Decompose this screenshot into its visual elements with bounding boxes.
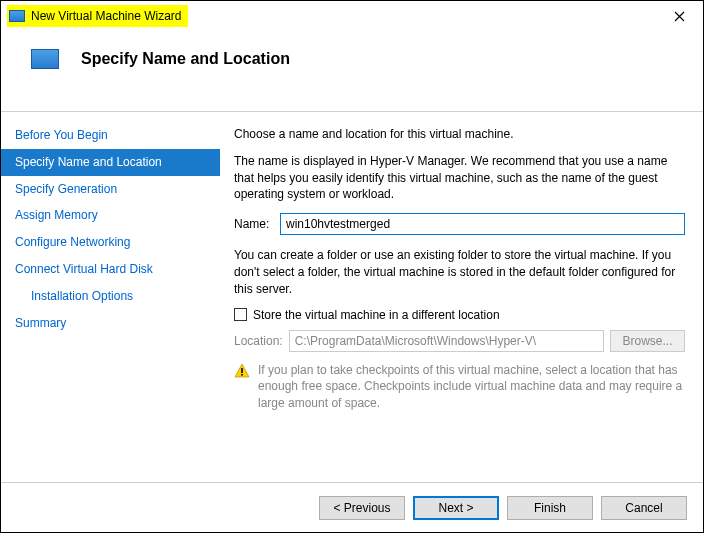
sidebar-item-installation-options[interactable]: Installation Options xyxy=(1,283,220,310)
store-checkbox-row[interactable]: Store the virtual machine in a different… xyxy=(234,308,685,322)
page-title: Specify Name and Location xyxy=(81,50,290,68)
close-button[interactable] xyxy=(659,3,699,29)
wizard-footer: < Previous Next > Finish Cancel xyxy=(1,482,703,532)
window-title: New Virtual Machine Wizard xyxy=(31,9,182,23)
wizard-content: Choose a name and location for this virt… xyxy=(220,111,703,482)
folder-help-text: You can create a folder or use an existi… xyxy=(234,247,685,297)
sidebar-item-before-begin[interactable]: Before You Begin xyxy=(1,122,220,149)
location-input xyxy=(289,330,604,352)
wizard-header: Specify Name and Location xyxy=(1,31,703,87)
sidebar-item-specify-name[interactable]: Specify Name and Location xyxy=(1,149,220,176)
next-button[interactable]: Next > xyxy=(413,496,499,520)
wizard-icon xyxy=(31,49,59,69)
warning-icon xyxy=(234,363,250,379)
svg-rect-1 xyxy=(241,374,243,376)
location-row: Location: Browse... xyxy=(234,330,685,352)
store-checkbox-label: Store the virtual machine in a different… xyxy=(253,308,500,322)
sidebar-item-summary[interactable]: Summary xyxy=(1,310,220,337)
warning-row: If you plan to take checkpoints of this … xyxy=(234,362,685,412)
name-label: Name: xyxy=(234,217,280,231)
location-label: Location: xyxy=(234,334,283,348)
sidebar-item-assign-memory[interactable]: Assign Memory xyxy=(1,202,220,229)
sidebar-item-configure-networking[interactable]: Configure Networking xyxy=(1,229,220,256)
titlebar: New Virtual Machine Wizard xyxy=(1,1,703,31)
sidebar-item-connect-vhd[interactable]: Connect Virtual Hard Disk xyxy=(1,256,220,283)
previous-button[interactable]: < Previous xyxy=(319,496,405,520)
cancel-button[interactable]: Cancel xyxy=(601,496,687,520)
wizard-body: Before You Begin Specify Name and Locati… xyxy=(1,111,703,482)
title-highlight: New Virtual Machine Wizard xyxy=(7,5,188,27)
wizard-sidebar: Before You Begin Specify Name and Locati… xyxy=(1,111,220,482)
sidebar-item-specify-generation[interactable]: Specify Generation xyxy=(1,176,220,203)
warning-text: If you plan to take checkpoints of this … xyxy=(258,362,685,412)
app-icon xyxy=(9,10,25,22)
name-help-text: The name is displayed in Hyper-V Manager… xyxy=(234,153,685,203)
store-checkbox[interactable] xyxy=(234,308,247,321)
svg-rect-0 xyxy=(241,368,243,373)
intro-text: Choose a name and location for this virt… xyxy=(234,126,685,143)
name-input[interactable] xyxy=(280,213,685,235)
name-row: Name: xyxy=(234,213,685,235)
finish-button[interactable]: Finish xyxy=(507,496,593,520)
browse-button: Browse... xyxy=(610,330,685,352)
